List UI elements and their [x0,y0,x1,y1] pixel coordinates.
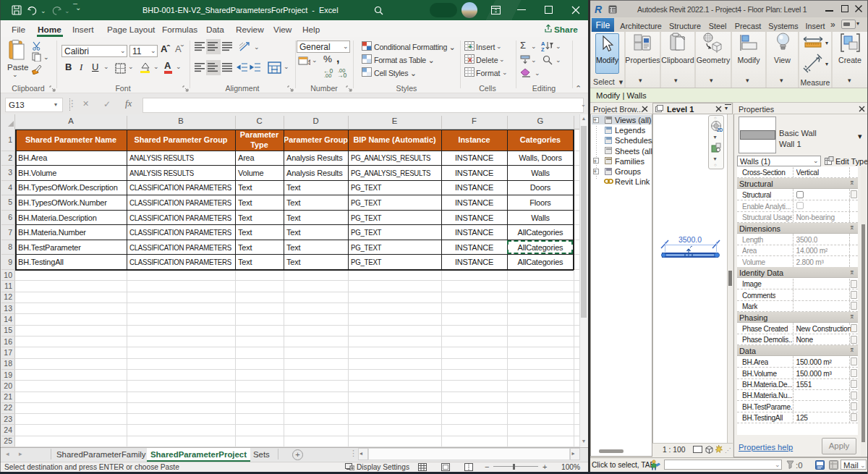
svg-text:x: x [468,56,472,64]
svg-text:$: $ [308,59,310,66]
svg-text:+: + [468,43,472,51]
svg-text:Z: Z [541,46,545,51]
